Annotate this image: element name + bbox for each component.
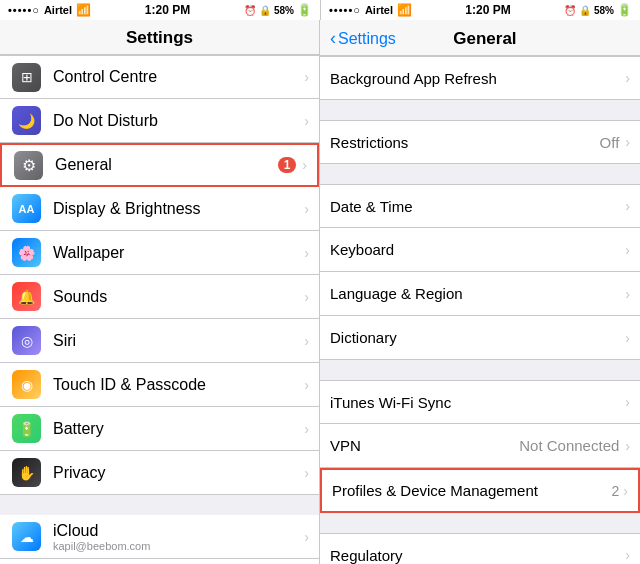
alarm-icon-right: ⏰ <box>564 5 576 16</box>
settings-item-siri[interactable]: ◎ Siri › <box>0 319 319 363</box>
vpn-chevron: › <box>625 438 630 454</box>
settings-item-appstore[interactable]: A iTunes & App Store › <box>0 559 319 564</box>
battery-icon-left: 🔋 <box>297 3 312 17</box>
privacy-chevron: › <box>304 465 309 481</box>
left-panel: Settings ⊞ Control Centre › 🌙 Do Not <box>0 20 320 564</box>
right-gap-4 <box>320 513 640 533</box>
right-gap-2 <box>320 164 640 184</box>
privacy-label: Privacy <box>53 464 304 482</box>
battery-label: Battery <box>53 420 304 438</box>
settings-item-icloud[interactable]: ☁ iCloud kapil@beebom.com › <box>0 515 319 559</box>
touchid-label: Touch ID & Passcode <box>53 376 304 394</box>
time-left: 1:20 PM <box>91 3 244 17</box>
bg-refresh-label: Background App Refresh <box>330 58 625 99</box>
display-chevron: › <box>304 201 309 217</box>
right-gap-3 <box>320 360 640 380</box>
dnd-chevron: › <box>304 113 309 129</box>
settings-item-wallpaper[interactable]: 🌸 Wallpaper › <box>0 231 319 275</box>
status-icons-right: ⏰ 🔒 58% 🔋 <box>564 3 632 17</box>
right-gap-1 <box>320 100 640 120</box>
right-item-keyboard[interactable]: Keyboard › <box>320 228 640 272</box>
privacy-icon: ✋ <box>12 458 41 487</box>
siri-icon: ◎ <box>12 326 41 355</box>
icloud-label: iCloud <box>53 522 304 540</box>
signal-left: •••••○ <box>8 4 40 16</box>
settings-item-dnd[interactable]: 🌙 Do Not Disturb › <box>0 99 319 143</box>
right-item-bg-refresh[interactable]: Background App Refresh › <box>320 56 640 100</box>
control-centre-icon: ⊞ <box>12 63 41 92</box>
back-label: Settings <box>338 30 396 48</box>
right-item-profiles[interactable]: Profiles & Device Management 2 › <box>320 468 640 513</box>
status-icons-left: ⏰ 🔒 58% 🔋 <box>244 3 312 17</box>
right-settings-list: Background App Refresh › Restrictions Of… <box>320 56 640 564</box>
vpn-value: Not Connected <box>519 437 619 454</box>
control-centre-label: Control Centre <box>53 68 304 86</box>
lock-icon-right: 🔒 <box>579 5 591 16</box>
language-label: Language & Region <box>330 273 625 314</box>
right-item-dictionary[interactable]: Dictionary › <box>320 316 640 360</box>
datetime-chevron: › <box>625 198 630 214</box>
restrictions-value: Off <box>600 134 620 151</box>
vpn-label: VPN <box>330 425 519 466</box>
section-gap-1 <box>0 495 319 515</box>
settings-section-main: ⊞ Control Centre › 🌙 Do Not Disturb › <box>0 55 319 495</box>
sounds-icon: 🔔 <box>12 282 41 311</box>
datetime-label: Date & Time <box>330 186 625 227</box>
settings-list: ⊞ Control Centre › 🌙 Do Not Disturb › <box>0 55 319 564</box>
sounds-label: Sounds <box>53 288 304 306</box>
bg-refresh-chevron: › <box>625 70 630 86</box>
left-panel-header: Settings <box>0 20 319 55</box>
icloud-chevron: › <box>304 529 309 545</box>
lock-icon: 🔒 <box>259 5 271 16</box>
right-item-restrictions[interactable]: Restrictions Off › <box>320 120 640 164</box>
carrier-right: Airtel <box>365 4 393 16</box>
battery-icon-right: 🔋 <box>617 3 632 17</box>
itunes-wifi-chevron: › <box>625 394 630 410</box>
dnd-icon: 🌙 <box>12 106 41 135</box>
keyboard-chevron: › <box>625 242 630 258</box>
general-icon: ⚙ <box>14 151 43 180</box>
back-button[interactable]: ‹ Settings <box>330 28 396 49</box>
settings-item-touchid[interactable]: ◉ Touch ID & Passcode › <box>0 363 319 407</box>
siri-chevron: › <box>304 333 309 349</box>
wallpaper-icon: 🌸 <box>12 238 41 267</box>
restrictions-chevron: › <box>625 134 630 150</box>
keyboard-label: Keyboard <box>330 229 625 270</box>
right-panel: ‹ Settings General Background App Refres… <box>320 20 640 564</box>
siri-label: Siri <box>53 332 304 350</box>
status-bar-right: •••••○ Airtel 📶 1:20 PM ⏰ 🔒 58% 🔋 <box>320 0 640 20</box>
regulatory-label: Regulatory <box>330 535 625 565</box>
battery-pct-left: 58% <box>274 5 294 16</box>
settings-item-sounds[interactable]: 🔔 Sounds › <box>0 275 319 319</box>
wallpaper-label: Wallpaper <box>53 244 304 262</box>
profiles-badge: 2 <box>612 483 620 499</box>
wifi-left-icon: 📶 <box>76 3 91 17</box>
settings-item-display[interactable]: AA Display & Brightness › <box>0 187 319 231</box>
wallpaper-chevron: › <box>304 245 309 261</box>
dnd-label: Do Not Disturb <box>53 112 304 130</box>
dictionary-chevron: › <box>625 330 630 346</box>
profiles-label: Profiles & Device Management <box>332 470 612 511</box>
right-item-datetime[interactable]: Date & Time › <box>320 184 640 228</box>
control-centre-chevron: › <box>304 69 309 85</box>
right-item-regulatory[interactable]: Regulatory › <box>320 533 640 564</box>
panels: Settings ⊞ Control Centre › 🌙 Do Not <box>0 20 640 564</box>
battery-pct-right: 58% <box>594 5 614 16</box>
icloud-sublabel: kapil@beebom.com <box>53 540 304 552</box>
display-icon: AA <box>12 194 41 223</box>
display-label: Display & Brightness <box>53 200 304 218</box>
touchid-chevron: › <box>304 377 309 393</box>
settings-item-control-centre[interactable]: ⊞ Control Centre › <box>0 55 319 99</box>
settings-item-battery[interactable]: 🔋 Battery › <box>0 407 319 451</box>
settings-item-privacy[interactable]: ✋ Privacy › <box>0 451 319 495</box>
left-panel-title: Settings <box>0 28 319 48</box>
icloud-icon: ☁ <box>12 522 41 551</box>
right-item-itunes-wifi[interactable]: iTunes Wi-Fi Sync › <box>320 380 640 424</box>
time-right: 1:20 PM <box>412 3 564 17</box>
regulatory-chevron: › <box>625 547 630 563</box>
right-item-vpn[interactable]: VPN Not Connected › <box>320 424 640 468</box>
settings-item-general[interactable]: ⚙ General 1 › <box>0 143 319 187</box>
battery-icon: 🔋 <box>12 414 41 443</box>
right-item-language[interactable]: Language & Region › <box>320 272 640 316</box>
sounds-chevron: › <box>304 289 309 305</box>
